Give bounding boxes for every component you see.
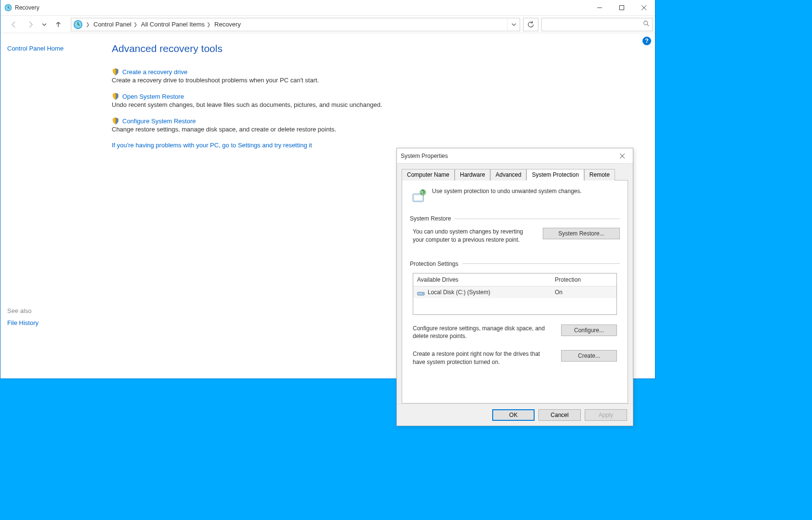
tool-item: Open System Restore Undo recent system c… (112, 92, 655, 108)
shield-icon (112, 68, 119, 76)
intro-text: Use system protection to undo unwanted s… (432, 187, 582, 205)
create-recovery-drive-link[interactable]: Create a recovery drive (122, 68, 187, 76)
shield-icon (112, 117, 119, 125)
svg-point-6 (644, 21, 648, 25)
group-label: Protection Settings (410, 260, 458, 267)
tool-description: Undo recent system changes, but leave fi… (112, 101, 655, 108)
chevron-right-icon[interactable]: ❯ (132, 22, 138, 27)
back-button[interactable] (7, 18, 21, 31)
column-header-drives: Available Drives (417, 276, 555, 283)
apply-button[interactable]: Apply (585, 409, 627, 421)
maximize-button[interactable] (611, 0, 633, 15)
tab-advanced[interactable]: Advanced (490, 169, 526, 181)
svg-rect-11 (414, 195, 422, 201)
titlebar: Recovery (0, 0, 655, 16)
drives-table: Available Drives Protection Local Disk (… (413, 273, 617, 315)
see-also-label: See also (7, 307, 105, 314)
column-header-protection: Protection (555, 276, 613, 283)
ok-button[interactable]: OK (492, 409, 535, 421)
tool-description: Change restore settings, manage disk spa… (112, 126, 655, 133)
close-button[interactable] (633, 0, 655, 15)
up-button[interactable] (52, 18, 65, 31)
tab-remote[interactable]: Remote (584, 169, 615, 181)
dialog-buttons: OK Cancel Apply (397, 403, 633, 426)
tab-system-protection[interactable]: System Protection (526, 169, 584, 181)
dialog-tabs: Computer Name Hardware Advanced System P… (397, 164, 633, 180)
search-box[interactable] (541, 18, 653, 31)
search-icon (643, 20, 650, 28)
svg-point-14 (422, 293, 423, 294)
group-label: System Restore (410, 215, 451, 222)
create-button[interactable]: Create... (561, 350, 617, 362)
minimize-button[interactable] (589, 0, 611, 15)
breadcrumb-item[interactable]: Control Panel (91, 18, 132, 31)
dialog-titlebar: System Properties (397, 148, 633, 164)
restore-description: You can undo system changes by reverting… (413, 228, 535, 244)
svg-line-7 (647, 25, 649, 26)
nav-row: ❯ Control Panel ❯ All Control Panel Item… (0, 16, 655, 33)
address-bar[interactable]: ❯ Control Panel ❯ All Control Panel Item… (71, 18, 520, 31)
page-heading: Advanced recovery tools (112, 43, 655, 54)
svg-rect-2 (620, 6, 624, 10)
tab-computer-name[interactable]: Computer Name (402, 169, 455, 181)
recent-dropdown[interactable] (40, 18, 49, 31)
system-protection-icon (410, 187, 427, 205)
tab-hardware[interactable]: Hardware (455, 169, 490, 181)
file-history-link[interactable]: File History (7, 319, 105, 326)
drive-icon (417, 288, 425, 296)
recovery-app-icon (4, 4, 12, 12)
chevron-right-icon[interactable]: ❯ (85, 22, 91, 27)
open-system-restore-link[interactable]: Open System Restore (122, 93, 184, 100)
create-description: Create a restore point right now for the… (413, 350, 553, 366)
recovery-icon (73, 20, 83, 29)
configure-system-restore-link[interactable]: Configure System Restore (122, 117, 196, 125)
system-restore-button[interactable]: System Restore... (543, 228, 620, 239)
drive-status: On (555, 289, 613, 296)
left-column: Control Panel Home See also File History (0, 33, 112, 378)
dialog-panel: Use system protection to undo unwanted s… (402, 180, 628, 403)
cancel-button[interactable]: Cancel (538, 409, 581, 421)
chevron-right-icon[interactable]: ❯ (206, 22, 211, 27)
breadcrumb-item[interactable]: All Control Panel Items (138, 18, 206, 31)
breadcrumb-item[interactable]: Recovery (211, 18, 242, 31)
dialog-title: System Properties (401, 153, 616, 159)
system-properties-dialog: System Properties Computer Name Hardware… (396, 148, 633, 426)
address-dropdown[interactable] (507, 18, 520, 31)
tool-item: Create a recovery drive Create a recover… (112, 68, 655, 84)
search-input[interactable] (545, 21, 643, 28)
breadcrumb: ❯ Control Panel ❯ All Control Panel Item… (85, 18, 507, 31)
tool-description: Create a recovery drive to troubleshoot … (112, 77, 655, 84)
forward-button[interactable] (24, 18, 37, 31)
dialog-close-button[interactable] (616, 150, 629, 162)
configure-button[interactable]: Configure... (561, 325, 617, 336)
see-also-section: See also File History (7, 307, 105, 326)
drive-row[interactable]: Local Disk (C:) (System) On (413, 286, 616, 298)
tool-item: Configure System Restore Change restore … (112, 117, 655, 133)
drive-name: Local Disk (C:) (System) (428, 289, 490, 296)
configure-description: Configure restore settings, manage disk … (413, 325, 553, 341)
refresh-button[interactable] (523, 18, 538, 31)
shield-icon (112, 92, 119, 100)
window-title: Recovery (15, 4, 589, 11)
control-panel-home-link[interactable]: Control Panel Home (7, 45, 105, 52)
